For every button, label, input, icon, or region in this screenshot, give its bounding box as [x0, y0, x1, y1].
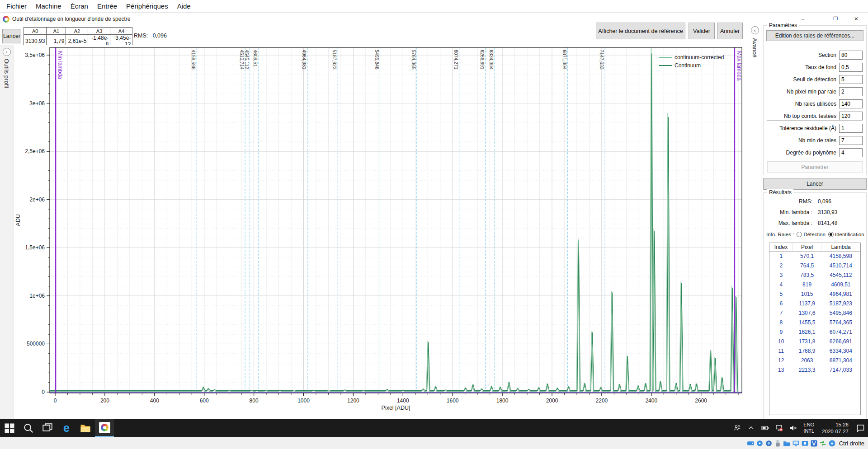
menu-item-cran[interactable]: Écran — [66, 0, 93, 12]
row-lambda: 4158,598 — [821, 251, 860, 261]
tray-battery[interactable] — [758, 419, 772, 437]
tray-chevron-up[interactable] — [744, 419, 758, 437]
identification-radio[interactable] — [828, 232, 834, 237]
taskbar-edge-icon[interactable]: e — [57, 419, 76, 437]
menu-item-entr-e[interactable]: Entrée — [93, 0, 122, 12]
menu-item-machine[interactable]: Machine — [31, 0, 66, 12]
param-input-nb-top-combi-test-es[interactable] — [839, 112, 863, 121]
edit-reference-lines-button[interactable]: Edition des raies de références... — [766, 30, 863, 41]
identified-line-label: 6074,271 — [453, 50, 459, 70]
table-row[interactable]: 91626,16074,271 — [769, 327, 860, 337]
legend-label-continuum-corrected: continuum-corrected — [675, 54, 724, 61]
taskbar-start-icon[interactable] — [0, 419, 19, 437]
start-icon — [4, 423, 15, 434]
max-lambda-line-label: Max lambda — [736, 51, 742, 81]
parametrer-button[interactable]: Paramétrer — [767, 161, 863, 173]
coeff-header-row: A0A1A2A3A4 — [24, 28, 132, 35]
clock-date: 2020-07-27 — [822, 428, 849, 435]
param-input-nb-pixel-min-par-raie[interactable] — [839, 87, 863, 96]
language-indicator[interactable]: ENG INTL — [800, 419, 817, 437]
coeff-name-a2: A2 — [66, 28, 88, 35]
taskbar-task-view-icon[interactable] — [38, 419, 57, 437]
table-row[interactable]: 510154964,981 — [769, 289, 860, 299]
toolbar: Lancer A0A1A2A3A4 3130,931,792,61e-5-1,4… — [0, 26, 749, 46]
spectrum-chart: 0200400600800100012001400160018002000220… — [14, 45, 749, 419]
table-row[interactable]: 1220636871,304 — [769, 355, 860, 365]
detection-radio[interactable] — [797, 232, 802, 237]
max-lambda-label: Max. lambda : — [764, 220, 812, 227]
svg-text:0: 0 — [42, 389, 45, 395]
taskbar-spectro-app[interactable] — [95, 419, 114, 437]
col-header-index[interactable]: Index — [769, 243, 793, 251]
param-input-tol-rence-r-siduelle[interactable] — [839, 124, 863, 133]
svg-text:400: 400 — [150, 398, 159, 404]
shared-folders-icon[interactable] — [783, 440, 791, 447]
table-row[interactable]: 48194609,51 — [769, 280, 860, 289]
param-input-nb-raies-utilis-es[interactable] — [839, 99, 863, 108]
expand-profile-tools-button[interactable]: › — [3, 48, 11, 56]
row-pixel: 764,5 — [793, 261, 821, 270]
recording-icon[interactable] — [801, 440, 809, 447]
col-header-lambda[interactable]: Lambda — [821, 243, 860, 251]
tray-network-error[interactable] — [772, 419, 786, 437]
network-icon[interactable] — [819, 440, 827, 447]
notification-icon — [856, 424, 865, 432]
advanced-strip: ‹ Avancé — [749, 20, 761, 419]
identification-radio-label[interactable]: Identification — [835, 232, 864, 237]
identified-line-label: 7147,033 — [599, 50, 604, 70]
lines-table[interactable]: IndexPixelLambda 1570,14158,5982764,5451… — [769, 243, 861, 415]
svg-text:2400: 2400 — [645, 398, 657, 404]
tray-people[interactable] — [730, 419, 744, 437]
table-row[interactable]: 101731,86266,691 — [769, 337, 860, 346]
identified-line-label: 5764,365 — [411, 50, 416, 70]
audio-icon[interactable] — [765, 440, 773, 447]
features-icon[interactable] — [828, 440, 836, 447]
parameters-panel: Paramètres Edition des raies de référenc… — [761, 20, 868, 419]
table-row[interactable]: 2764,54510,714 — [769, 261, 860, 270]
identified-line-label: 4158,598 — [191, 50, 196, 70]
param-input-nb-min-de-raies[interactable] — [839, 136, 863, 145]
min-lambda-line-label: Min lambda — [57, 51, 63, 79]
show-reference-document-button[interactable]: Afficher le document de référence — [596, 23, 685, 39]
chevron-up-icon — [747, 424, 755, 432]
spectrum-plot-canvas[interactable]: 0200400600800100012001400160018002000220… — [14, 45, 749, 419]
rms-toolbar: RMS: 0,096 — [134, 33, 167, 39]
collapse-advanced-button[interactable]: ‹ — [751, 26, 759, 34]
virtualbox-icon[interactable] — [810, 440, 818, 447]
usb-icon[interactable] — [774, 440, 782, 447]
table-row[interactable]: 61137,95187,923 — [769, 299, 860, 308]
optical-disk-icon[interactable] — [756, 440, 764, 447]
param-label-taux-de-fond: Taux de fond — [765, 64, 836, 70]
table-row[interactable]: 111768,96334,304 — [769, 346, 860, 355]
lancer-panel-button[interactable]: Lancer — [763, 178, 867, 190]
menu-item-p-riph-riques[interactable]: Périphériques — [122, 0, 173, 12]
table-row[interactable]: 71307,65495,846 — [769, 308, 860, 318]
param-label-section: Section — [765, 52, 836, 58]
table-row[interactable]: 132213,37147,033 — [769, 365, 860, 374]
menu-item-aide[interactable]: Aide — [173, 0, 195, 12]
lancer-toolbar-button[interactable]: Lancer — [2, 29, 21, 43]
col-header-pixel[interactable]: Pixel — [793, 243, 821, 251]
clock[interactable]: 15:26 2020-07-27 — [817, 419, 853, 437]
detection-radio-label[interactable]: Détection — [803, 232, 826, 237]
cancel-button[interactable]: Annuler — [717, 23, 743, 39]
taskbar-search-icon[interactable] — [19, 419, 38, 437]
validate-button[interactable]: Valider — [689, 23, 715, 39]
param-input-section[interactable] — [839, 51, 863, 60]
table-row[interactable]: 1570,14158,598 — [769, 251, 860, 261]
display-icon[interactable] — [792, 440, 800, 447]
taskbar-file-explorer-icon[interactable] — [76, 419, 95, 437]
param-input-degr-e-du-polyn-me[interactable] — [839, 148, 863, 157]
row-index: 11 — [769, 346, 793, 355]
action-center-button[interactable] — [853, 419, 868, 437]
tray-volume-muted[interactable] — [786, 419, 800, 437]
param-input-seuil-de-d-tection[interactable] — [839, 75, 863, 84]
hard-disk-icon[interactable] — [747, 440, 755, 447]
table-row[interactable]: 81455,55764,365 — [769, 318, 860, 327]
clock-time: 15:26 — [822, 421, 849, 428]
param-input-taux-de-fond[interactable] — [839, 63, 863, 72]
menu-item-fichier[interactable]: Fichier — [2, 0, 31, 12]
identified-line-label: 4510,714 — [239, 50, 245, 70]
table-row[interactable]: 3783,54545,112 — [769, 270, 860, 280]
param-row-nb-min-de-raies: Nb min de raies — [765, 136, 863, 145]
